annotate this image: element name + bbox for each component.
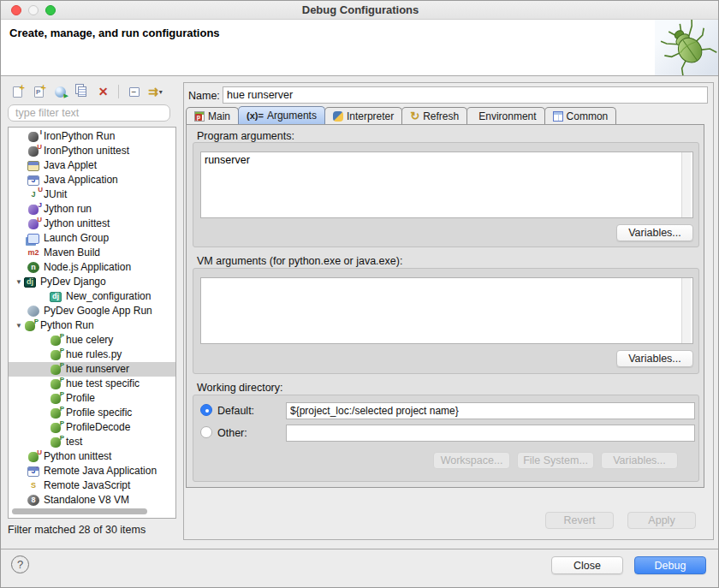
tree-item-label: IronPython unittest — [44, 144, 129, 158]
tree-item[interactable]: IIronPython Run — [9, 129, 175, 144]
expander-icon[interactable]: ▼ — [14, 278, 24, 286]
config-type-icon: dj — [24, 277, 36, 288]
filter-box — [8, 104, 170, 122]
tree-item[interactable]: PProfileDecode — [9, 420, 175, 435]
tree-item-label: Profile — [66, 391, 95, 406]
tree-item[interactable]: Phue celery — [9, 333, 175, 347]
delete-button[interactable]: ✕ — [93, 83, 113, 100]
tab-interpreter[interactable]: Interpreter — [324, 107, 402, 124]
refresh-tab-icon: ↻ — [410, 110, 419, 122]
tree-item-label: Profile specific — [66, 406, 132, 420]
tree-item[interactable]: JJava Application — [9, 173, 175, 187]
close-button[interactable]: Close — [551, 556, 623, 574]
title-bar[interactable]: Debug Configurations — [1, 1, 719, 20]
tree-item[interactable]: nNode.js Application — [9, 260, 175, 275]
config-type-icon: P — [51, 437, 61, 448]
vm-arguments-label: VM arguments (for python.exe or java.exe… — [197, 255, 402, 267]
tree-item[interactable]: JJython run — [9, 202, 175, 217]
variables-button[interactable]: Variables... — [601, 452, 678, 469]
vm-arguments-variables-button[interactable]: Variables... — [616, 350, 693, 367]
arguments-glyph-icon: (x)= — [247, 110, 264, 121]
vm-arguments-textarea[interactable] — [200, 277, 693, 344]
tree-item-label: Launch Group — [44, 231, 109, 246]
tree-item-label: IronPython Run — [44, 129, 115, 144]
debug-button[interactable]: Debug — [634, 556, 706, 574]
export-configuration-icon — [55, 86, 66, 98]
tab-label: Common — [567, 110, 609, 122]
tree-item[interactable]: PProfile — [9, 391, 175, 406]
tree-item-label: JUnit — [44, 187, 67, 202]
tree-item[interactable]: UIronPython unittest — [9, 144, 175, 158]
apply-button[interactable]: Apply — [627, 512, 696, 529]
config-type-icon: m2 — [27, 247, 39, 259]
filter-icon: ⇉ — [148, 86, 158, 98]
tree-item-label: Maven Build — [44, 246, 100, 260]
config-type-icon: S — [27, 480, 39, 492]
default-directory-input[interactable] — [286, 402, 695, 419]
tree-item-label: hue runserver — [66, 362, 129, 377]
tree-item[interactable]: UJython unittest — [9, 217, 175, 231]
tree-item[interactable]: m2Maven Build — [9, 246, 175, 260]
new-prototype-button[interactable] — [29, 83, 49, 100]
textarea-scrollbar[interactable] — [681, 278, 691, 343]
duplicate-button[interactable] — [72, 83, 92, 100]
other-radio[interactable] — [200, 426, 212, 438]
config-type-icon — [27, 234, 39, 244]
tree-item[interactable]: PyDev Google App Run — [9, 304, 175, 318]
tab-label: Interpreter — [347, 110, 394, 122]
tab-content-arguments: Program arguments: runserver Variables..… — [186, 124, 704, 488]
tree-horizontal-scrollbar[interactable] — [12, 508, 147, 514]
new-configuration-button[interactable] — [8, 83, 27, 100]
tree-item-label: Java Applet — [44, 158, 97, 173]
filter-button[interactable]: ⇉▾ — [146, 83, 165, 100]
config-tree[interactable]: IIronPython RunUIronPython unittestJava … — [8, 127, 176, 519]
tree-item-label: Remote Java Application — [44, 464, 157, 478]
tree-item[interactable]: djNew_configuration — [9, 289, 175, 304]
expander-icon[interactable]: ▼ — [14, 322, 24, 330]
program-arguments-variables-button[interactable]: Variables... — [616, 224, 693, 241]
help-button[interactable]: ? — [11, 555, 29, 573]
tree-item[interactable]: Phue rules.py — [9, 347, 175, 362]
vm-arguments-group: Variables... — [193, 268, 699, 374]
config-type-icon: P — [25, 321, 35, 331]
common-tab-icon — [553, 111, 563, 122]
collapse-all-button[interactable]: − — [124, 83, 144, 100]
file-system-button[interactable]: File System... — [517, 452, 594, 469]
program-arguments-textarea[interactable]: runserver — [200, 151, 693, 218]
configuration-panel: Name: Main(x)=ArgumentsInterpreter↻Refre… — [183, 82, 714, 540]
filter-input[interactable] — [8, 104, 170, 122]
tree-item[interactable]: Phue test specific — [9, 377, 175, 391]
tree-item[interactable]: SRemote JavaScript — [9, 478, 175, 493]
tab-label: Refresh — [423, 110, 459, 122]
tab-refresh[interactable]: ↻Refresh — [401, 107, 467, 124]
tab-bar: Main(x)=ArgumentsInterpreter↻RefreshEnvi… — [186, 106, 615, 124]
debug-configurations-dialog: Debug Configurations Create, manage, and… — [0, 0, 719, 588]
tab-main[interactable]: Main — [186, 107, 239, 124]
tree-item[interactable]: PProfile specific — [9, 406, 175, 420]
tab-environment[interactable]: Environment — [466, 107, 544, 124]
tree-item[interactable]: JUJUnit — [9, 187, 175, 202]
other-directory-input[interactable] — [286, 425, 695, 442]
tree-item[interactable]: Launch Group — [9, 231, 175, 246]
tree-item[interactable]: Java Applet — [9, 158, 175, 173]
dialog-header: Create, manage, and run configurations — [1, 20, 719, 76]
revert-button[interactable]: Revert — [545, 512, 614, 529]
main-tab-icon — [194, 111, 205, 122]
tree-item-selected[interactable]: Phue runserver — [9, 362, 175, 377]
export-configuration-button[interactable] — [51, 83, 70, 100]
name-input[interactable] — [223, 86, 708, 104]
workspace-button[interactable]: Workspace... — [433, 452, 510, 469]
dropdown-caret-icon: ▾ — [159, 88, 163, 96]
tree-item[interactable]: J➝Remote Java Application — [9, 464, 175, 478]
textarea-scrollbar[interactable] — [681, 152, 691, 217]
tree-item[interactable]: ▼PPython Run — [9, 318, 175, 333]
config-type-icon: n — [27, 262, 39, 273]
tree-item[interactable]: 8Standalone V8 VM — [9, 493, 175, 508]
tree-item[interactable]: ▼djPyDev Django — [9, 275, 175, 289]
tab-arguments[interactable]: (x)=Arguments — [238, 106, 325, 124]
tree-item[interactable]: UPython unittest — [9, 449, 175, 464]
tree-item[interactable]: Ptest — [9, 435, 175, 449]
config-type-icon: JU — [27, 189, 39, 201]
default-radio[interactable] — [200, 404, 212, 416]
tab-common[interactable]: Common — [544, 107, 617, 124]
